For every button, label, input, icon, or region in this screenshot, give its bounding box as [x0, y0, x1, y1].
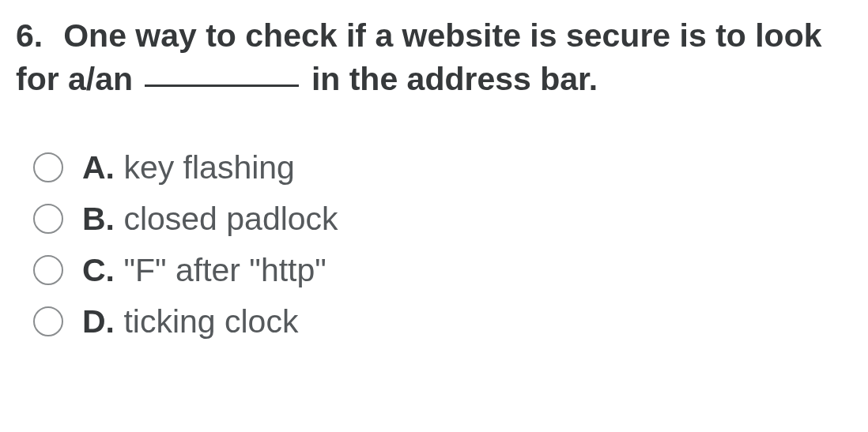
question-text: 6.One way to check if a website is secur… [16, 14, 852, 102]
option-label: ticking clock [115, 303, 298, 340]
option-label: closed padlock [115, 201, 338, 237]
option-text-b: B. closed padlock [82, 201, 338, 238]
option-d[interactable]: D. ticking clock [33, 303, 852, 340]
question-part2: in the address bar. [302, 61, 598, 97]
option-text-c: C. "F" after "http" [82, 252, 326, 289]
option-letter: A. [82, 149, 115, 186]
radio-icon[interactable] [33, 306, 63, 336]
option-label: key flashing [115, 149, 295, 186]
option-letter: D. [82, 303, 115, 340]
radio-icon[interactable] [33, 152, 63, 182]
option-letter: C. [82, 252, 115, 288]
option-label: "F" after "http" [115, 252, 326, 288]
radio-icon[interactable] [33, 255, 63, 285]
fill-blank [145, 85, 299, 87]
option-letter: B. [82, 201, 115, 237]
radio-icon[interactable] [33, 204, 63, 234]
question-number: 6. [16, 17, 43, 54]
option-a[interactable]: A. key flashing [33, 149, 852, 186]
options-list: A. key flashing B. closed padlock C. "F"… [16, 149, 852, 340]
option-c[interactable]: C. "F" after "http" [33, 252, 852, 289]
option-text-d: D. ticking clock [82, 303, 298, 340]
option-text-a: A. key flashing [82, 149, 295, 186]
option-b[interactable]: B. closed padlock [33, 201, 852, 238]
